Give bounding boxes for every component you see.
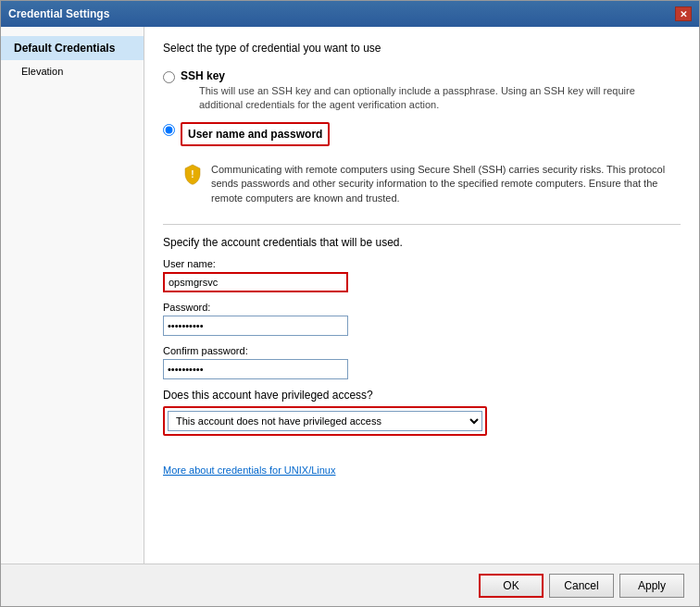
ssh-key-description: This will use an SSH key and can optiona…: [199, 84, 681, 113]
privilege-label: Does this account have privileged access…: [163, 389, 681, 402]
window-body: Default Credentials Elevation Select the…: [1, 27, 699, 564]
username-label: User name:: [163, 258, 681, 269]
link-area: More about credentials for UNIX/Linux: [163, 464, 681, 477]
cancel-button[interactable]: Cancel: [549, 574, 614, 598]
privilege-group: Does this account have privileged access…: [163, 389, 681, 436]
sidebar: Default Credentials Elevation: [1, 27, 144, 564]
ssh-key-option: SSH key This will use an SSH key and can…: [163, 69, 681, 113]
sidebar-item-default-credentials[interactable]: Default Credentials: [1, 36, 144, 60]
user-password-label[interactable]: User name and password: [188, 128, 322, 141]
sidebar-item-elevation[interactable]: Elevation: [1, 60, 144, 82]
section-divider: [163, 224, 681, 225]
page-instruction: Select the type of credential you want t…: [163, 42, 681, 55]
confirm-password-input[interactable]: [163, 359, 348, 379]
password-label: Password:: [163, 302, 681, 313]
privilege-dropdown-box: This account does not have privileged ac…: [163, 406, 487, 436]
credential-settings-window: Credential Settings ✕ Default Credential…: [0, 0, 700, 607]
title-bar: Credential Settings ✕: [1, 1, 699, 27]
password-group: Password:: [163, 302, 681, 336]
unix-linux-link[interactable]: More about credentials for UNIX/Linux: [163, 465, 335, 476]
username-group: User name:: [163, 258, 681, 292]
shield-icon: !: [181, 163, 204, 185]
apply-button[interactable]: Apply: [619, 574, 684, 598]
ssh-key-label[interactable]: SSH key: [181, 69, 225, 82]
privilege-select[interactable]: This account does not have privileged ac…: [168, 411, 482, 431]
user-password-option: User name and password: [163, 122, 681, 150]
ok-button[interactable]: OK: [479, 574, 544, 598]
ssh-key-radio[interactable]: [163, 71, 175, 83]
user-password-radio[interactable]: [163, 124, 175, 136]
confirm-password-group: Confirm password:: [163, 345, 681, 379]
close-button[interactable]: ✕: [675, 6, 692, 21]
confirm-password-label: Confirm password:: [163, 345, 681, 356]
security-warning: ! Communicating with remote computers us…: [181, 159, 681, 209]
security-warning-text: Communicating with remote computers usin…: [211, 163, 681, 205]
main-content: Select the type of credential you want t…: [144, 27, 699, 564]
username-input[interactable]: [163, 272, 348, 292]
svg-text:!: !: [191, 169, 194, 180]
credential-type-group: SSH key This will use an SSH key and can…: [163, 69, 681, 209]
account-section-label: Specify the account credentials that wil…: [163, 236, 681, 249]
footer: OK Cancel Apply: [1, 564, 699, 606]
password-input[interactable]: [163, 316, 348, 336]
user-password-highlight-box: User name and password: [181, 122, 330, 146]
window-title: Credential Settings: [8, 7, 109, 20]
